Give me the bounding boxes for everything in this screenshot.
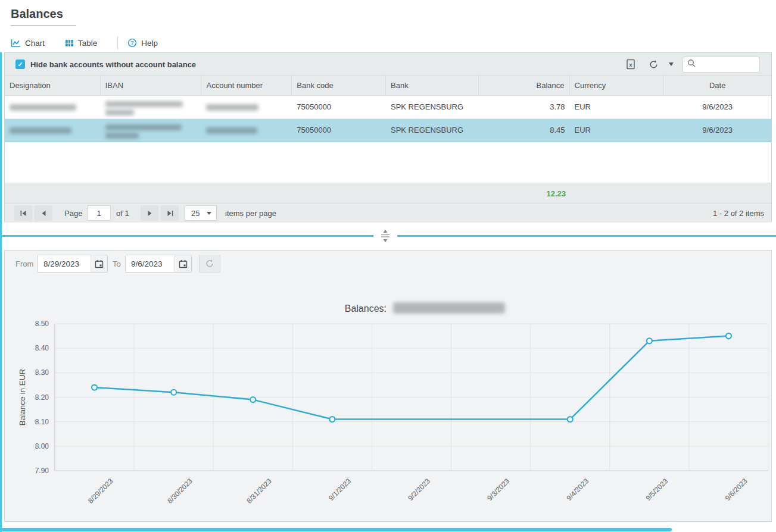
svg-text:7.90: 7.90 <box>35 467 49 475</box>
cell-iban-redacted <box>101 96 202 118</box>
cell-balance: 3.78 <box>479 96 570 118</box>
help-icon: ? <box>127 38 137 48</box>
menu-divider <box>117 36 118 49</box>
tab-help-label: Help <box>141 39 158 48</box>
hide-empty-accounts-checkbox[interactable]: ✓ <box>15 60 25 69</box>
svg-text:9/6/2023: 9/6/2023 <box>724 477 749 502</box>
table-row-selected[interactable]: 75050000 SPK REGENSBURG 8.45 EUR 9/6/202… <box>5 119 771 142</box>
svg-text:8.00: 8.00 <box>35 442 49 450</box>
pager-page-label: Page <box>64 209 82 218</box>
col-header-balance[interactable]: Balance <box>479 76 570 95</box>
pager-next-page-button[interactable] <box>141 205 158 221</box>
from-datepicker <box>38 255 108 273</box>
svg-text:8.50: 8.50 <box>35 320 49 328</box>
pager-page-input[interactable] <box>87 205 111 221</box>
balance-chart-panel: From To Balances:7.908.008.108.208.308.4… <box>4 250 772 522</box>
svg-text:9/3/2023: 9/3/2023 <box>485 477 511 502</box>
col-header-designation[interactable]: Designation <box>5 76 101 95</box>
svg-text:?: ? <box>131 40 135 46</box>
tab-chart[interactable]: Chart <box>11 39 45 48</box>
grid-sum-row: 12.23 <box>5 183 771 204</box>
grid-search-box <box>682 57 760 73</box>
col-header-date[interactable]: Date <box>663 76 771 95</box>
resize-vertical-icon <box>379 229 391 243</box>
page-title: Balances <box>11 7 63 21</box>
table-row[interactable]: 75050000 SPK REGENSBURG 3.78 EUR 9/6/202… <box>5 96 771 119</box>
refresh-grid-button[interactable] <box>647 58 660 70</box>
cell-date: 9/6/2023 <box>663 119 771 142</box>
grid-search-input[interactable] <box>700 60 759 69</box>
cell-bank: SPK REGENSBURG <box>386 119 479 142</box>
to-date-input[interactable] <box>126 259 172 268</box>
from-label: From <box>15 259 33 268</box>
cell-designation-redacted <box>5 119 101 142</box>
splitter-resize-grip[interactable] <box>373 228 397 244</box>
svg-text:Balances:: Balances: <box>345 303 387 314</box>
chevron-down-icon <box>207 212 211 215</box>
tab-table[interactable]: Table <box>65 39 97 48</box>
search-icon <box>687 59 696 70</box>
cell-date: 9/6/2023 <box>663 96 771 118</box>
grid-header-row: Designation IBAN Account number Bank cod… <box>5 76 771 96</box>
cell-account-number-redacted <box>201 119 292 142</box>
balance-line-chart[interactable]: Balances:7.908.008.108.208.308.408.50Bal… <box>5 274 771 521</box>
cell-bank-code: 75050000 <box>292 96 386 118</box>
svg-text:8.10: 8.10 <box>35 418 49 426</box>
menubar: Chart Table ? Help <box>11 35 178 51</box>
chevron-down-icon <box>669 62 674 66</box>
bottom-splitter-bar[interactable] <box>0 528 672 531</box>
cell-currency: EUR <box>570 96 664 118</box>
refresh-icon <box>205 259 214 268</box>
svg-text:8.30: 8.30 <box>35 368 49 377</box>
pager-page-size-value: 25 <box>185 209 207 218</box>
col-header-iban[interactable]: IBAN <box>101 76 202 95</box>
tab-help[interactable]: ? Help <box>127 38 158 48</box>
svg-text:x: x <box>629 62 632 68</box>
hide-empty-accounts-label: Hide bank accounts without account balan… <box>30 60 196 69</box>
cell-currency: EUR <box>570 119 664 142</box>
svg-text:8/29/2023: 8/29/2023 <box>86 477 115 505</box>
line-chart-icon <box>11 39 21 48</box>
cell-account-number-redacted <box>201 96 292 118</box>
cell-iban-redacted <box>101 119 202 142</box>
pager-last-page-button[interactable] <box>161 205 179 221</box>
svg-text:8.20: 8.20 <box>35 393 49 402</box>
balances-grid-panel: ✓ Hide bank accounts without account bal… <box>4 52 772 222</box>
sum-balance-value: 12.23 <box>479 189 571 198</box>
balances-page: Balances Chart Table ? Help ✓ Hide bank … <box>0 0 776 532</box>
grid-pager: Page of 1 25 items per page 1 - 2 of 2 i… <box>5 204 771 223</box>
col-header-account-number[interactable]: Account number <box>201 76 292 95</box>
to-label: To <box>113 259 121 268</box>
svg-text:9/4/2023: 9/4/2023 <box>565 477 590 502</box>
cell-bank-code: 75050000 <box>292 119 386 142</box>
svg-text:8/30/2023: 8/30/2023 <box>166 477 194 505</box>
tab-chart-label: Chart <box>25 39 45 48</box>
col-header-bank[interactable]: Bank <box>386 76 479 95</box>
pager-range-label: 1 - 2 of 2 items <box>713 209 764 218</box>
from-date-input[interactable] <box>38 259 85 268</box>
refresh-options-dropdown[interactable] <box>665 58 678 70</box>
pager-prev-page-button[interactable] <box>35 205 52 221</box>
table-icon <box>65 39 74 47</box>
svg-text:8.40: 8.40 <box>35 344 49 352</box>
cell-bank: SPK REGENSBURG <box>386 96 479 118</box>
left-splitter-bar[interactable] <box>0 52 2 532</box>
svg-text:8/31/2023: 8/31/2023 <box>245 477 273 505</box>
to-datepicker <box>125 255 192 273</box>
cell-balance: 8.45 <box>479 119 570 142</box>
svg-text:9/2/2023: 9/2/2023 <box>406 477 432 502</box>
pager-page-size-dropdown[interactable]: 25 <box>185 205 217 221</box>
refresh-chart-button[interactable] <box>199 255 220 273</box>
col-header-currency[interactable]: Currency <box>570 76 664 95</box>
export-excel-button[interactable]: x <box>624 58 637 70</box>
pager-first-page-button[interactable] <box>14 205 32 221</box>
pager-of-label: of 1 <box>116 209 129 218</box>
svg-text:Balance in EUR: Balance in EUR <box>18 369 27 426</box>
calendar-icon[interactable] <box>174 255 191 272</box>
cell-designation-redacted <box>5 96 101 118</box>
col-header-bank-code[interactable]: Bank code <box>292 76 386 95</box>
pager-items-per-page-label: items per page <box>225 209 276 218</box>
calendar-icon[interactable] <box>91 255 107 272</box>
svg-text:9/1/2023: 9/1/2023 <box>327 477 353 502</box>
title-underline <box>11 25 76 26</box>
